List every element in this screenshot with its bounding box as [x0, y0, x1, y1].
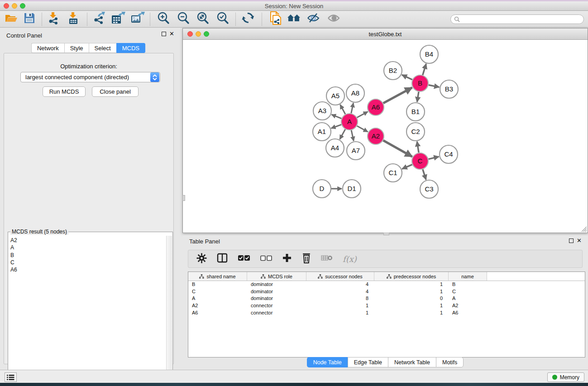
graph-node-B3[interactable]: B3	[440, 80, 458, 98]
mcds-result-list[interactable]: A2ABCA6	[9, 236, 166, 386]
zoom-in-icon[interactable]	[157, 11, 170, 27]
network-from-document-icon[interactable]	[269, 11, 282, 27]
export-table-icon[interactable]	[111, 12, 125, 26]
unselect-all-attributes-icon[interactable]	[260, 255, 272, 263]
column-header-MCDS-role[interactable]: MCDS role	[247, 272, 306, 281]
result-list-scrollbar[interactable]	[166, 236, 172, 386]
graph-node-A2[interactable]: A2	[368, 128, 384, 144]
graph-edge-B-B1[interactable]	[417, 92, 419, 102]
graph-edge-A2-C[interactable]	[383, 140, 412, 157]
task-history-button[interactable]	[5, 372, 17, 382]
delete-table-icon[interactable]	[321, 254, 333, 263]
save-session-icon[interactable]	[24, 12, 35, 26]
result-item[interactable]: A6	[10, 266, 164, 273]
column-header-successor-nodes[interactable]: successor nodes	[306, 272, 374, 281]
tab-edge-table[interactable]: Edge Table	[348, 357, 388, 367]
graph-edge-A-A4[interactable]	[340, 129, 345, 139]
graph-node-D[interactable]: D	[313, 180, 331, 198]
search-input[interactable]	[462, 16, 583, 23]
graph-node-C1[interactable]: C1	[384, 164, 402, 182]
memory-button[interactable]: Memory	[547, 372, 584, 382]
graph-node-C4[interactable]: C4	[440, 145, 458, 163]
splitter-handle-left[interactable]	[182, 195, 185, 201]
graph-node-B2[interactable]: B2	[384, 62, 402, 80]
graph-node-A1[interactable]: A1	[313, 123, 331, 141]
graph-node-D1[interactable]: D1	[343, 180, 361, 198]
function-builder-icon[interactable]: f(x)	[343, 254, 357, 264]
close-panel-button[interactable]: Close panel	[92, 86, 139, 97]
graph-node-A4[interactable]: A4	[326, 139, 344, 157]
tab-motifs[interactable]: Motifs	[436, 357, 464, 367]
zoom-selected-icon[interactable]	[216, 11, 229, 27]
zoom-fit-icon[interactable]	[196, 11, 210, 27]
graph-edge-A6-B[interactable]	[383, 88, 412, 104]
export-image-icon[interactable]	[130, 12, 145, 26]
graph-node-C2[interactable]: C2	[406, 123, 425, 141]
graph-edge-A-A6[interactable]	[357, 112, 368, 118]
graph-node-C[interactable]: C	[412, 153, 428, 169]
zoom-out-icon[interactable]	[177, 11, 190, 27]
table-row[interactable]: A6connector11A6	[188, 310, 585, 317]
criterion-dropdown[interactable]: largest connected component (directed)	[20, 72, 160, 82]
home-view-icon[interactable]	[287, 13, 301, 25]
refresh-network-icon[interactable]	[242, 12, 254, 26]
tab-mcds[interactable]: MCDS	[116, 43, 145, 53]
graph-edge-A-A2[interactable]	[357, 126, 368, 132]
import-table-icon[interactable]	[67, 12, 80, 26]
graph-edge-C-C4[interactable]	[429, 157, 439, 159]
network-graph[interactable]: A5A8A3A6AA1A4A7A2B2B4BB3B1C2CC4C1C3DD1	[183, 40, 588, 233]
graph-edge-B-B3[interactable]	[429, 85, 440, 87]
graph-edge-C-C3[interactable]	[423, 169, 426, 180]
export-network-icon[interactable]	[92, 12, 106, 26]
tab-style[interactable]: Style	[64, 43, 89, 53]
close-panel-icon[interactable]: ✕	[169, 32, 174, 36]
graph-edge-C-C2[interactable]	[417, 142, 419, 153]
float-panel-icon[interactable]	[162, 32, 166, 36]
open-session-icon[interactable]	[5, 13, 18, 25]
graph-node-A8[interactable]: A8	[346, 84, 364, 102]
graph-node-B4[interactable]: B4	[420, 45, 438, 63]
graph-edge-A-A8[interactable]	[351, 103, 354, 114]
graph-node-A7[interactable]: A7	[347, 142, 365, 160]
tab-network[interactable]: Network	[31, 43, 64, 53]
settings-gear-icon[interactable]	[196, 253, 207, 265]
show-graphics-details-icon[interactable]	[327, 13, 340, 25]
network-window-titlebar[interactable]: testGlobe.txt	[183, 29, 588, 40]
graph-edge-A-A3[interactable]	[331, 114, 341, 119]
result-item[interactable]: A2	[10, 237, 164, 244]
column-header-shared-name[interactable]: shared name	[188, 272, 247, 281]
graph-node-A5[interactable]: A5	[326, 87, 344, 105]
result-item[interactable]: C	[10, 259, 164, 266]
graph-node-B[interactable]: B	[412, 75, 428, 91]
result-item[interactable]: A	[10, 244, 164, 251]
graph-edge-A-A5[interactable]	[340, 105, 345, 114]
add-column-icon[interactable]	[282, 253, 292, 265]
table-row[interactable]: Cdominator41C	[188, 288, 585, 295]
graph-edge-B-B4[interactable]	[423, 64, 426, 75]
graph-node-A3[interactable]: A3	[313, 102, 331, 120]
run-mcds-button[interactable]: Run MCDS	[43, 86, 86, 97]
column-header-name[interactable]: name	[449, 272, 487, 281]
select-all-attributes-icon[interactable]	[238, 255, 250, 263]
graph-edge-C-C1[interactable]	[402, 165, 412, 169]
graph-edge-A-A1[interactable]	[331, 124, 341, 128]
tab-network-table[interactable]: Network Table	[388, 357, 436, 367]
graph-node-C3[interactable]: C3	[420, 180, 438, 198]
hide-graphics-details-icon[interactable]	[307, 13, 320, 25]
graph-node-A6[interactable]: A6	[368, 99, 384, 115]
delete-column-icon[interactable]	[302, 253, 311, 265]
graph-edge-A-A7[interactable]	[351, 130, 354, 141]
graph-node-A[interactable]: A	[341, 114, 358, 130]
graph-node-B1[interactable]: B1	[406, 103, 425, 121]
column-header-predecessor-nodes[interactable]: predecessor nodes	[374, 272, 449, 281]
graph-edge-B-B2[interactable]	[402, 75, 412, 80]
result-item[interactable]: B	[10, 252, 164, 259]
close-table-panel-icon[interactable]: ✕	[577, 238, 582, 243]
window-resize-grip[interactable]	[581, 226, 587, 232]
table-row[interactable]: A2connector11A2	[188, 302, 585, 310]
float-table-panel-icon[interactable]	[569, 238, 574, 243]
import-network-icon[interactable]	[47, 12, 60, 26]
table-row[interactable]: Bdominator41B	[188, 281, 585, 288]
table-row[interactable]: Adominator80A	[188, 295, 585, 302]
tab-select[interactable]: Select	[89, 43, 116, 53]
